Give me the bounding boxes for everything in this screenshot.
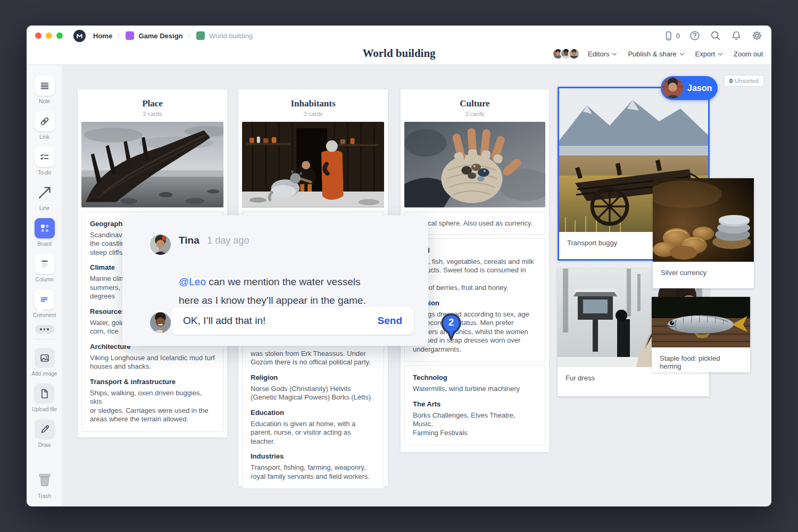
app-window: Home / Game Design / World building 0 [27, 26, 771, 506]
breadcrumb-separator: / [188, 32, 190, 39]
avatar-jason [662, 78, 683, 98]
note-text: Education is given at home, with a paren… [251, 420, 376, 446]
column-card-count: 2 cards [143, 111, 162, 117]
note-heading: Food [413, 246, 537, 254]
culture-note-card-2[interactable]: TechnologWatermills, wind turbine machin… [404, 365, 545, 445]
device-count: 0 [676, 32, 680, 40]
export-dropdown[interactable]: Export [695, 50, 722, 58]
column-title[interactable]: Culture [460, 98, 489, 109]
tool-comment[interactable]: Comment [33, 289, 56, 318]
desktop-background: Home / Game Design / World building 0 [0, 0, 798, 532]
line-arrow-icon [35, 182, 55, 203]
photo-caption: Silver currency [653, 262, 754, 284]
tool-label: Board [37, 241, 52, 247]
more-tools-button[interactable] [35, 325, 54, 334]
tool-label: Draw [38, 442, 51, 448]
unsorted-badge[interactable]: 0 Unsorted [724, 75, 764, 87]
tool-trash[interactable]: Trash [36, 470, 54, 499]
comment-pin[interactable]: 2 [440, 313, 462, 341]
note-section: The ArtsBorks Challenges, Elves Theatre,… [413, 400, 537, 438]
chevron-down-icon [679, 51, 684, 55]
milanote-logo-icon[interactable] [73, 30, 86, 42]
column-title[interactable]: Place [142, 98, 163, 109]
note-text: Borks Challenges, Elves Theatre, Music, … [413, 411, 537, 438]
zoom-out-label: Zoom out [734, 50, 763, 58]
editor-avatars[interactable] [552, 48, 576, 60]
zoom-out-button[interactable]: Zoom out [734, 50, 763, 58]
silver-currency-card[interactable]: Silver currency [653, 178, 754, 288]
column-card-count: 3 cards [303, 111, 322, 117]
note-heading: Technolog [413, 373, 537, 381]
avatar-tina [150, 234, 171, 255]
tool-label: Link [39, 134, 49, 140]
device-sync-button[interactable]: 0 [663, 30, 680, 41]
breadcrumb-board[interactable]: World building [209, 32, 253, 40]
stones-hand-image-card[interactable] [404, 122, 545, 207]
chevron-down-icon [612, 51, 617, 55]
column-card-count: 3 cards [465, 111, 484, 117]
silver-currency-image [653, 178, 754, 262]
tool-label: Column [35, 277, 53, 282]
tool-label: Note [39, 98, 50, 104]
tool-upload-file[interactable]: Upload file [32, 384, 57, 412]
note-heading: The Arts [413, 400, 537, 408]
tool-column[interactable]: Column [35, 254, 55, 282]
close-button[interactable] [35, 32, 41, 39]
column-header: Culture 3 cards [404, 93, 545, 122]
note-heading: Industries [251, 452, 376, 460]
tool-label: Upload file [32, 406, 57, 412]
tool-draw[interactable]: Draw [35, 419, 55, 448]
reply-text: OK, I’ll add that in! [183, 315, 265, 327]
comment-author: Tina [179, 235, 200, 246]
pin-count: 2 [440, 317, 462, 328]
search-icon[interactable] [710, 30, 721, 41]
column-title[interactable]: Inhabitants [290, 98, 335, 109]
note-heading: Fashion [413, 299, 537, 307]
column-icon [35, 254, 55, 274]
minimize-button[interactable] [46, 32, 52, 39]
note-text: Viking Longhouse and Icelandic mud turf … [90, 354, 215, 371]
board-canvas[interactable]: Place 2 cards [63, 65, 771, 506]
toolbar-sidebar: Note Link To-do Line Board Column Commen… [27, 65, 63, 506]
divider [34, 339, 55, 339]
tool-label: Comment [33, 312, 56, 318]
project-icon [126, 31, 134, 40]
tool-label: Add image [32, 371, 57, 377]
board-icon [196, 31, 205, 40]
avatar-leo [150, 312, 171, 333]
page-title: World building [362, 47, 435, 60]
note-section: FoodMeat, fish, vegetables, cereals and … [413, 246, 537, 293]
pickled-herring-card[interactable]: Staple food: pickled herring [652, 297, 750, 372]
note-text: Vikings dressed according to sex, age an… [413, 310, 537, 354]
note-text: Meat, fish, vegetables, cereals and milk… [413, 257, 537, 293]
tool-board[interactable]: Board [35, 218, 55, 247]
mention-link[interactable]: @Leo [179, 276, 206, 287]
note-text: Watermills, wind turbine machinery [413, 385, 537, 394]
publish-label: Publish & share [628, 50, 676, 58]
shipwreck-image-card[interactable] [81, 122, 223, 207]
fullscreen-button[interactable] [56, 32, 63, 39]
tool-todo[interactable]: To-do [35, 147, 55, 176]
notifications-bell-icon[interactable] [730, 30, 742, 41]
settings-gear-icon[interactable] [751, 30, 763, 41]
tool-add-image[interactable]: Add image [32, 348, 57, 377]
editors-dropdown[interactable]: Editors [588, 50, 616, 58]
link-icon [35, 111, 55, 131]
publish-share-dropdown[interactable]: Publish & share [628, 50, 683, 58]
help-button[interactable] [689, 30, 701, 41]
comment-reply-input[interactable]: OK, I’ll add that in! Send [171, 307, 414, 335]
breadcrumb-home[interactable]: Home [93, 32, 112, 40]
tool-link[interactable]: Link [35, 111, 55, 140]
send-button[interactable]: Send [378, 315, 402, 327]
note-section: TechnologWatermills, wind turbine machin… [413, 373, 537, 394]
board-actions: Editors Publish & share Export Zoom out [552, 46, 763, 62]
villagers-image-card[interactable] [242, 122, 384, 207]
breadcrumb-project[interactable]: Game Design [138, 32, 182, 40]
note-heading: Transport & infrastructure [90, 378, 215, 386]
note-section: Transport & infrastructureShips, walking… [90, 378, 215, 424]
comment-meta: Tina 1 day ago [179, 235, 249, 246]
tool-note[interactable]: Note [35, 76, 55, 104]
add-image-icon [35, 348, 55, 368]
board-tool-icon [35, 218, 55, 238]
tool-line[interactable]: Line [35, 182, 55, 211]
